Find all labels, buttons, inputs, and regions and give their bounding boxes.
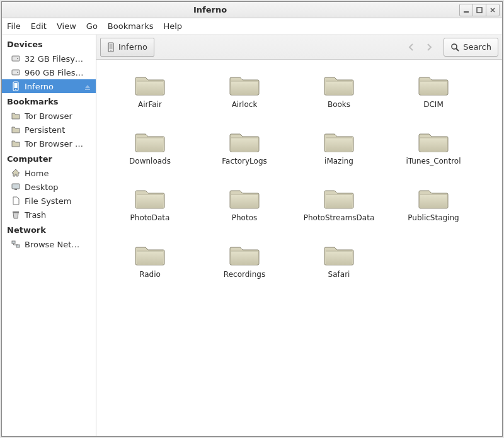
- menu-edit[interactable]: Edit: [31, 21, 47, 31]
- folder-icon: [229, 72, 260, 98]
- sidebar-item[interactable]: Tor Browser …: [2, 137, 96, 150]
- sidebar-item[interactable]: Desktop: [2, 180, 96, 194]
- folder-label: AirFair: [138, 100, 162, 109]
- sidebar-item[interactable]: File System: [2, 194, 96, 208]
- folder-item[interactable]: iTunes_Control: [386, 129, 481, 186]
- sidebar-item[interactable]: 32 GB Filesy…: [2, 52, 96, 65]
- folder-label: FactoryLogs: [222, 157, 267, 166]
- sidebar-header: Bookmarks: [2, 93, 96, 109]
- folder-label: PhotoData: [130, 213, 170, 222]
- window-controls: [460, 4, 500, 16]
- menubar: File Edit View Go Bookmarks Help: [2, 18, 502, 35]
- folder-icon: [229, 129, 260, 154]
- trash-icon: [11, 210, 21, 220]
- folder-label: iTunes_Control: [406, 157, 461, 166]
- phone-icon: [11, 81, 21, 91]
- sidebar-item[interactable]: Persistent: [2, 123, 96, 137]
- sidebar-item[interactable]: Trash: [2, 208, 96, 222]
- svg-rect-1: [477, 8, 482, 13]
- folder-icon: [11, 125, 21, 135]
- folder-icon: [323, 72, 355, 98]
- close-button[interactable]: [486, 4, 500, 16]
- folder-item[interactable]: Recordings: [197, 242, 292, 299]
- desktop-icon: [11, 182, 21, 192]
- folder-icon: [134, 72, 166, 98]
- svg-point-8: [15, 89, 16, 90]
- sidebar-item[interactable]: 960 GB Files…: [2, 65, 96, 79]
- folder-item[interactable]: DCIM: [386, 72, 481, 129]
- folder-icon: [323, 129, 355, 154]
- menu-view[interactable]: View: [57, 21, 76, 31]
- svg-rect-13: [12, 241, 15, 244]
- folder-icon: [134, 242, 166, 267]
- svg-rect-0: [464, 11, 469, 13]
- sidebar-item-label: Inferno: [25, 82, 54, 91]
- titlebar[interactable]: Inferno: [2, 2, 502, 18]
- folder-icon: [323, 186, 355, 211]
- sidebar-item-label: Persistent: [25, 125, 65, 135]
- sidebar-item[interactable]: Inferno: [2, 79, 96, 93]
- folder-icon: [229, 186, 260, 211]
- folder-item[interactable]: PublicStaging: [386, 186, 481, 242]
- menu-bookmarks[interactable]: Bookmarks: [108, 21, 154, 31]
- search-button[interactable]: Search: [444, 38, 498, 57]
- sidebar-header: Network: [2, 222, 96, 237]
- path-label: Inferno: [118, 42, 147, 52]
- sidebar-item[interactable]: Tor Browser: [2, 109, 96, 123]
- chevron-left-icon: [406, 42, 416, 52]
- svg-rect-7: [14, 83, 18, 88]
- folder-icon: [11, 111, 21, 121]
- folder-item[interactable]: PhotoStreamsData: [292, 186, 386, 242]
- menu-help[interactable]: Help: [163, 21, 182, 31]
- file-manager-window: Inferno File Edit View Go Bookmarks Help…: [1, 1, 503, 437]
- folder-icon: [323, 242, 355, 267]
- sidebar-item[interactable]: Home: [2, 166, 96, 180]
- folder-item[interactable]: AirFair: [103, 72, 197, 129]
- folder-icon: [229, 242, 260, 267]
- minimize-button[interactable]: [459, 4, 473, 16]
- svg-rect-4: [12, 70, 20, 75]
- folder-item[interactable]: Airlock: [197, 72, 292, 129]
- sidebar-item[interactable]: Browse Net…: [2, 237, 96, 251]
- folder-item[interactable]: iMazing: [292, 129, 386, 186]
- path-button[interactable]: Inferno: [100, 38, 154, 57]
- folder-icon: [134, 186, 166, 211]
- folder-icon: [11, 138, 21, 149]
- network-icon: [11, 239, 21, 249]
- folder-label: PublicStaging: [408, 213, 459, 222]
- minimize-icon: [463, 7, 469, 13]
- home-icon: [11, 168, 21, 178]
- folder-item[interactable]: Radio: [103, 242, 197, 299]
- svg-point-18: [452, 44, 457, 49]
- folder-item[interactable]: Safari: [292, 242, 386, 299]
- svg-rect-10: [12, 184, 20, 189]
- folder-icon: [134, 129, 166, 154]
- maximize-button[interactable]: [472, 4, 486, 16]
- svg-rect-14: [16, 245, 20, 247]
- sidebar-item-label: Home: [25, 169, 49, 178]
- folder-label: Photos: [232, 213, 257, 222]
- sidebar: Devices32 GB Filesy…960 GB Files…Inferno…: [2, 35, 96, 436]
- folder-item[interactable]: Photos: [197, 186, 292, 242]
- svg-rect-12: [13, 211, 19, 213]
- svg-point-5: [17, 72, 18, 73]
- folder-icon: [418, 72, 449, 98]
- folder-item[interactable]: Books: [292, 72, 386, 129]
- menu-file[interactable]: File: [7, 21, 21, 31]
- folder-item[interactable]: Downloads: [103, 129, 197, 186]
- maximize-icon: [476, 7, 483, 13]
- sidebar-item-label: File System: [25, 196, 71, 206]
- folder-label: iMazing: [324, 157, 353, 166]
- folder-item[interactable]: PhotoData: [103, 186, 197, 242]
- folder-label: Radio: [139, 270, 161, 279]
- drive-icon: [11, 53, 21, 64]
- folder-item[interactable]: FactoryLogs: [197, 129, 292, 186]
- folder-grid[interactable]: AirFair Airlock Books DCIM Downloads: [96, 60, 502, 436]
- nav-forward-button[interactable]: [421, 38, 437, 56]
- eject-icon[interactable]: [84, 83, 91, 89]
- nav-back-button[interactable]: [403, 38, 420, 56]
- menu-go[interactable]: Go: [86, 21, 98, 31]
- folder-label: Safari: [328, 270, 350, 279]
- sidebar-header: Computer: [2, 150, 96, 166]
- folder-label: Downloads: [129, 157, 171, 166]
